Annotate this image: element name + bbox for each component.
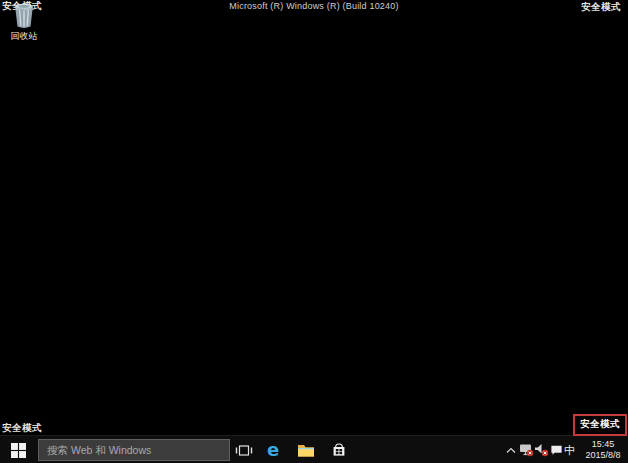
folder-icon: [297, 443, 315, 458]
chevron-up-icon: [506, 447, 516, 454]
store-bag-icon: [331, 442, 347, 458]
speaker-icon: [534, 443, 549, 457]
speech-bubble-icon: [550, 444, 563, 456]
safe-mode-watermark-top-right: 安全模式: [581, 1, 621, 14]
store-button[interactable]: [325, 436, 353, 463]
safe-mode-highlight-box: 安全模式: [573, 414, 627, 436]
search-input[interactable]: [38, 439, 230, 461]
clock-date: 2015/8/8: [585, 450, 620, 461]
show-hidden-icons-button[interactable]: [503, 436, 518, 463]
windows-build-watermark: Microsoft (R) Windows (R) (Build 10240): [0, 1, 628, 11]
recycle-bin-desktop-icon[interactable]: 回收站: [4, 3, 44, 43]
recycle-bin-icon: [13, 3, 35, 29]
edge-button[interactable]: e: [259, 436, 287, 463]
recycle-bin-label: 回收站: [4, 30, 44, 43]
safe-mode-watermark-bottom-right: 安全模式: [580, 418, 620, 429]
desktop: 安全模式 Microsoft (R) Windows (R) (Build 10…: [0, 0, 628, 463]
windows-logo-icon: [11, 443, 26, 458]
ime-language-indicator[interactable]: 中: [562, 436, 577, 463]
task-view-icon: [235, 443, 253, 458]
clock-time: 15:45: [592, 439, 615, 450]
safe-mode-watermark-bottom-left: 安全模式: [2, 422, 42, 435]
network-icon: [519, 443, 534, 457]
task-view-button[interactable]: [230, 436, 258, 463]
ime-indicator-label: 中: [564, 443, 575, 458]
file-explorer-button[interactable]: [292, 436, 320, 463]
start-button[interactable]: [0, 436, 36, 463]
clock[interactable]: 15:45 2015/8/8: [579, 436, 627, 463]
edge-e-icon: e: [267, 441, 279, 459]
taskbar: e: [0, 435, 628, 463]
